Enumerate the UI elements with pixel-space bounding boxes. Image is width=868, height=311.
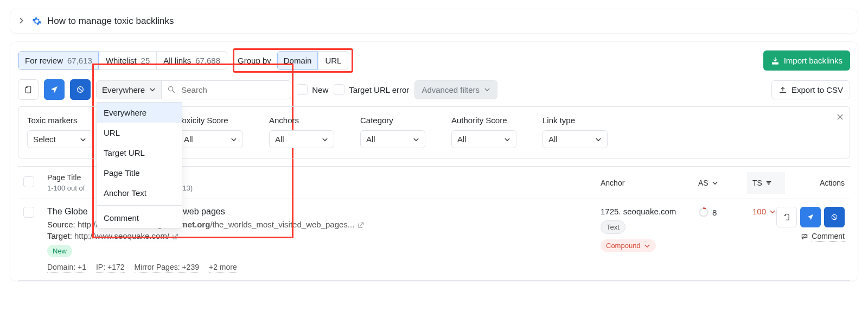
filter-category: Category All bbox=[360, 116, 425, 148]
search-input[interactable] bbox=[180, 85, 285, 95]
row-title: The Globe bbox=[47, 207, 88, 216]
chevron-down-icon bbox=[504, 136, 510, 143]
target-url-error-checkbox[interactable]: Target URL error bbox=[334, 84, 409, 95]
close-filters-button[interactable]: ✕ bbox=[836, 111, 844, 123]
disavow-button[interactable] bbox=[70, 79, 91, 100]
import-label: Import backlinks bbox=[784, 56, 843, 65]
filter-toxicity-score: Toxicity Score All bbox=[178, 116, 243, 148]
meta-domain[interactable]: Domain: +1 bbox=[47, 263, 86, 272]
help-card[interactable]: How to manage toxic backlinks bbox=[10, 9, 858, 34]
tab-whitelist[interactable]: Whitelist 25 bbox=[99, 52, 157, 69]
chevron-down-icon bbox=[80, 136, 86, 143]
dropdown-item-everywhere[interactable]: Everywhere bbox=[97, 103, 182, 123]
filter-label: Link type bbox=[542, 116, 608, 125]
toolbar: Everywhere Everywhere URL Target URL bbox=[18, 79, 850, 100]
search-input-wrap bbox=[162, 81, 291, 99]
tab-count: 67,688 bbox=[195, 56, 220, 65]
row-send-button[interactable] bbox=[800, 207, 821, 227]
filter-toxic-markers: Toxic markers Select bbox=[27, 116, 92, 148]
help-title: How to manage toxic backlinks bbox=[47, 16, 174, 27]
search-scope-select[interactable]: Everywhere bbox=[97, 81, 162, 99]
svg-point-1 bbox=[169, 87, 173, 91]
search-icon bbox=[167, 85, 176, 94]
toxic-markers-select[interactable]: Select bbox=[27, 130, 92, 148]
search-scope-label: Everywhere bbox=[102, 85, 145, 94]
search-wrap: Everywhere Everywhere URL Target URL bbox=[96, 80, 291, 99]
anchor-header[interactable]: Anchor bbox=[595, 172, 693, 194]
download-icon bbox=[771, 56, 780, 65]
external-link-icon[interactable] bbox=[171, 231, 179, 240]
meta-mirror[interactable]: Mirror Pages: +239 bbox=[135, 263, 199, 272]
dropdown-item-anchor-text[interactable]: Anchor Text bbox=[97, 183, 182, 203]
row-comment-button[interactable]: Comment bbox=[801, 232, 845, 242]
chevron-down-icon bbox=[769, 208, 776, 215]
row-disavow-button[interactable] bbox=[824, 207, 845, 227]
ts-header[interactable]: TS bbox=[747, 172, 785, 194]
export-list-button[interactable] bbox=[18, 79, 39, 100]
chevron-down-icon bbox=[149, 86, 156, 93]
tab-group: For review 67,613 Whitelist 25 All links… bbox=[18, 48, 353, 73]
category-select[interactable]: All bbox=[360, 130, 425, 148]
advanced-filters-button[interactable]: Advanced filters bbox=[414, 80, 497, 99]
compound-badge[interactable]: Compound bbox=[601, 239, 656, 252]
group-by-domain[interactable]: Domain bbox=[277, 52, 319, 69]
send-button[interactable] bbox=[44, 79, 65, 100]
target-url-error-label: Target URL error bbox=[349, 85, 409, 94]
filter-anchors: Anchors All bbox=[269, 116, 334, 148]
checkbox-icon bbox=[334, 84, 344, 95]
chevron-down-icon bbox=[712, 180, 718, 186]
meta-more[interactable]: +2 more bbox=[209, 263, 237, 272]
main-card: For review 67,613 Whitelist 25 All links… bbox=[10, 41, 858, 281]
tab-for-review[interactable]: For review 67,613 bbox=[18, 52, 99, 69]
chevron-down-icon bbox=[644, 243, 650, 249]
row-checkbox[interactable] bbox=[23, 207, 34, 218]
new-checkbox[interactable]: New bbox=[297, 84, 328, 95]
dropdown-item-page-title[interactable]: Page Title bbox=[97, 163, 182, 183]
row-export-button[interactable] bbox=[776, 207, 797, 227]
external-link-icon[interactable] bbox=[357, 220, 365, 229]
import-backlinks-button[interactable]: Import backlinks bbox=[763, 50, 850, 71]
row-anchor: 1725. seoquake.com bbox=[601, 207, 687, 216]
filter-label: Category bbox=[360, 116, 425, 125]
tab-count: 25 bbox=[141, 56, 150, 65]
link-type-select[interactable]: All bbox=[542, 130, 608, 148]
authority-score-select[interactable]: All bbox=[451, 130, 516, 148]
as-header[interactable]: AS bbox=[693, 172, 747, 194]
group-by-highlight: Group by Domain URL bbox=[233, 48, 353, 73]
tab-all-links[interactable]: All links 67,688 bbox=[157, 52, 227, 69]
filter-authority-score: Authority Score All bbox=[451, 116, 516, 148]
tab-label: All links bbox=[163, 56, 191, 65]
group-by-seg: Domain URL bbox=[277, 51, 349, 70]
filter-label: Authority Score bbox=[451, 116, 516, 125]
ring-icon bbox=[698, 207, 709, 218]
anchor-type-badge: Text bbox=[601, 220, 626, 234]
chevron-down-icon bbox=[595, 136, 602, 143]
filter-label: Anchors bbox=[269, 116, 334, 125]
tab-count: 67,613 bbox=[67, 56, 92, 65]
filter-label: Toxic markers bbox=[27, 116, 92, 125]
meta-ip[interactable]: IP: +172 bbox=[96, 263, 125, 272]
dropdown-item-target-url[interactable]: Target URL bbox=[97, 143, 182, 163]
new-badge: New bbox=[47, 245, 72, 257]
dropdown-item-url[interactable]: URL bbox=[97, 123, 182, 143]
export-csv-button[interactable]: Export to CSV bbox=[771, 80, 850, 99]
chevron-down-icon bbox=[484, 86, 490, 93]
group-by-url[interactable]: URL bbox=[318, 52, 348, 69]
group-by-label: Group by bbox=[238, 56, 271, 65]
as-value: 8 bbox=[712, 208, 717, 217]
row-actions-cell: Comment bbox=[785, 207, 850, 242]
chevron-right-icon[interactable] bbox=[18, 17, 27, 26]
export-label: Export to CSV bbox=[792, 85, 843, 94]
filter-label: Toxicity Score bbox=[178, 116, 243, 125]
toxicity-score-select[interactable]: All bbox=[178, 130, 243, 148]
svg-point-2 bbox=[700, 208, 708, 217]
checkbox-icon bbox=[297, 84, 308, 95]
advanced-filters-label: Advanced filters bbox=[422, 85, 480, 94]
chevron-down-icon bbox=[413, 136, 419, 143]
row-as-cell: 8 bbox=[693, 207, 747, 218]
dropdown-item-comment[interactable]: Comment bbox=[97, 208, 182, 228]
row-select-cell bbox=[18, 207, 42, 219]
anchors-select[interactable]: All bbox=[269, 130, 334, 148]
comment-icon bbox=[801, 233, 808, 240]
select-all-checkbox[interactable] bbox=[23, 176, 34, 187]
